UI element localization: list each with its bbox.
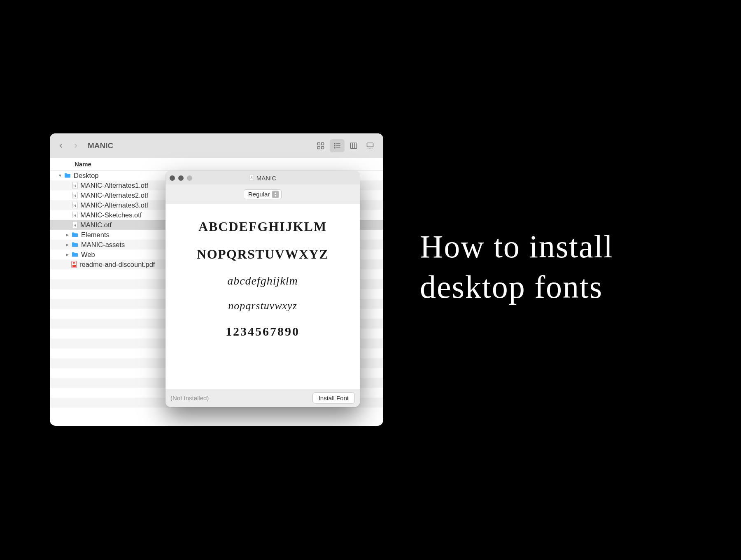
install-status: (Not Installed) — [170, 394, 209, 401]
svg-text:A: A — [73, 223, 76, 227]
back-button[interactable] — [56, 140, 66, 151]
chevron-down-icon[interactable]: ▾ — [57, 173, 63, 178]
stepper-icon[interactable] — [272, 191, 279, 198]
pdf-file-icon — [71, 261, 77, 268]
file-label: MANIC-Sketches.otf — [80, 211, 142, 219]
file-label: MANIC-Alternates1.otf — [80, 182, 148, 189]
font-file-icon: A — [72, 202, 78, 208]
forward-button[interactable] — [70, 140, 81, 151]
font-file-icon: A — [72, 182, 78, 189]
svg-text:A: A — [73, 203, 76, 208]
finder-toolbar: MANIC — [50, 133, 383, 158]
folder-label: Web — [81, 251, 95, 259]
svg-rect-1 — [322, 143, 324, 145]
folder-label: Elements — [81, 231, 110, 239]
window-controls — [170, 175, 192, 181]
fontbook-titlebar[interactable]: A MANIC — [165, 171, 360, 184]
fontbook-window: A MANIC Regular ABCDEFGHIJKLM NOPQRSTUVW… — [165, 171, 360, 407]
sample-line: nopqrstuvwxyz — [228, 300, 297, 312]
sample-line: abcdefghijklm — [227, 274, 298, 287]
file-label: MANIC.otf — [80, 221, 112, 229]
font-file-icon: A — [72, 212, 78, 218]
svg-point-4 — [334, 143, 335, 144]
font-preview-area: ABCDEFGHIJKLM NOPQRSTUVWXYZ abcdefghijkl… — [165, 204, 360, 389]
folder-label: MANIC-assets — [81, 241, 125, 249]
svg-rect-13 — [367, 143, 373, 147]
folder-icon — [71, 232, 79, 238]
maximize-button[interactable] — [187, 175, 192, 181]
gallery-view-button[interactable] — [363, 139, 377, 152]
chevron-right-icon[interactable]: ▸ — [65, 242, 70, 247]
heading-line-1: How to install — [420, 226, 613, 267]
close-button[interactable] — [170, 175, 175, 181]
fontbook-footer: (Not Installed) Install Font — [165, 389, 360, 407]
svg-text:A: A — [73, 194, 76, 198]
icon-view-button[interactable] — [313, 139, 328, 152]
column-header-name[interactable]: Name — [50, 158, 383, 170]
folder-label: Desktop — [74, 172, 99, 180]
page-heading: How to install desktop fonts — [420, 226, 613, 307]
folder-icon — [71, 242, 79, 247]
fontbook-title: MANIC — [256, 175, 276, 182]
svg-point-8 — [334, 147, 335, 148]
svg-rect-10 — [351, 143, 357, 148]
svg-rect-29 — [72, 265, 76, 267]
view-mode-group — [313, 139, 377, 152]
file-label: readme-and-discount.pdf — [79, 261, 155, 268]
list-view-button[interactable] — [330, 139, 345, 152]
column-view-button[interactable] — [346, 139, 361, 152]
minimize-button[interactable] — [178, 175, 184, 181]
svg-text:A: A — [73, 184, 76, 188]
finder-title: MANIC — [88, 141, 113, 150]
svg-rect-31 — [249, 175, 254, 180]
font-file-icon: A — [72, 222, 78, 228]
folder-icon — [64, 173, 71, 178]
svg-point-6 — [334, 145, 335, 146]
font-file-icon: A — [72, 192, 78, 198]
style-toolbar: Regular — [165, 184, 360, 204]
font-file-icon: A — [249, 175, 254, 182]
file-label: MANIC-Alternates2.otf — [80, 191, 148, 199]
empty-row — [50, 408, 383, 418]
heading-line-2: desktop fonts — [420, 267, 613, 307]
style-select[interactable]: Regular — [244, 189, 282, 199]
svg-text:A: A — [73, 213, 76, 217]
style-select-label: Regular — [248, 191, 270, 198]
folder-icon — [71, 252, 79, 257]
chevron-right-icon[interactable]: ▸ — [65, 232, 70, 238]
sample-line: NOPQRSTUVWXYZ — [197, 247, 329, 262]
chevron-right-icon[interactable]: ▸ — [65, 252, 70, 257]
sample-line: ABCDEFGHIJKLM — [198, 219, 327, 234]
svg-text:A: A — [250, 176, 252, 180]
install-font-button[interactable]: Install Font — [312, 392, 355, 404]
file-label: MANIC-Alternates3.otf — [80, 201, 148, 209]
svg-rect-2 — [318, 147, 320, 149]
svg-rect-0 — [318, 143, 320, 145]
svg-rect-3 — [322, 147, 324, 149]
sample-line: 1234567890 — [226, 324, 300, 338]
